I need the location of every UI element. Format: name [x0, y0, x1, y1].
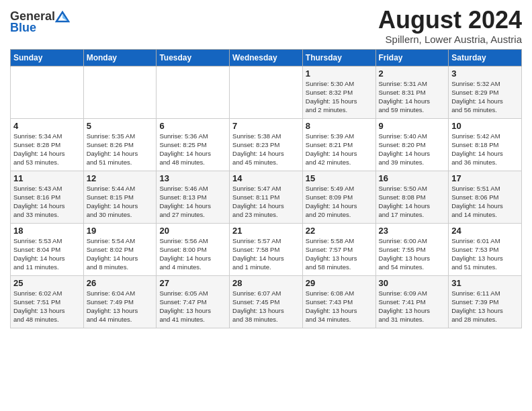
col-saturday: Saturday [449, 49, 522, 66]
day-info: Sunrise: 5:50 AMSunset: 8:08 PMDaylight:… [379, 185, 431, 219]
day-info: Sunrise: 6:00 AMSunset: 7:55 PMDaylight:… [379, 237, 431, 271]
table-row: 1Sunrise: 5:30 AMSunset: 8:32 PMDaylight… [302, 66, 375, 118]
day-info: Sunrise: 6:02 AMSunset: 7:51 PMDaylight:… [13, 289, 65, 324]
calendar-header-row: Sunday Monday Tuesday Wednesday Thursday… [11, 49, 522, 66]
day-info: Sunrise: 5:49 AMSunset: 8:09 PMDaylight:… [306, 185, 357, 219]
table-row: 2Sunrise: 5:31 AMSunset: 8:31 PMDaylight… [375, 66, 449, 118]
day-info: Sunrise: 5:40 AMSunset: 8:20 PMDaylight:… [379, 132, 431, 167]
col-sunday: Sunday [11, 49, 84, 66]
day-number: 5 [87, 121, 154, 131]
day-number: 20 [159, 226, 226, 236]
table-row: 3Sunrise: 5:32 AMSunset: 8:29 PMDaylight… [449, 66, 522, 118]
table-row: 7Sunrise: 5:38 AMSunset: 8:23 PMDaylight… [230, 118, 303, 171]
day-number: 13 [159, 173, 226, 183]
day-info: Sunrise: 5:43 AMSunset: 8:16 PMDaylight:… [13, 185, 65, 219]
day-info: Sunrise: 5:32 AMSunset: 8:29 PMDaylight:… [451, 80, 503, 114]
day-info: Sunrise: 6:11 AMSunset: 7:39 PMDaylight:… [451, 289, 503, 324]
day-info: Sunrise: 5:38 AMSunset: 8:23 PMDaylight:… [232, 132, 284, 167]
day-number: 26 [87, 278, 154, 288]
day-info: Sunrise: 6:09 AMSunset: 7:41 PMDaylight:… [379, 289, 431, 324]
logo: General Blue [10, 9, 70, 35]
table-row: 20Sunrise: 5:56 AMSunset: 8:00 PMDayligh… [157, 223, 230, 275]
table-row: 21Sunrise: 5:57 AMSunset: 7:58 PMDayligh… [230, 223, 303, 275]
table-row: 31Sunrise: 6:11 AMSunset: 7:39 PMDayligh… [449, 275, 522, 328]
day-info: Sunrise: 5:34 AMSunset: 8:28 PMDaylight:… [13, 132, 65, 167]
table-row: 22Sunrise: 5:58 AMSunset: 7:57 PMDayligh… [302, 223, 375, 275]
page-container: General Blue August 2024 Spillern, Lower… [0, 0, 532, 335]
table-row: 13Sunrise: 5:46 AMSunset: 8:13 PMDayligh… [157, 171, 230, 223]
day-info: Sunrise: 5:42 AMSunset: 8:18 PMDaylight:… [451, 132, 503, 167]
table-row: 6Sunrise: 5:36 AMSunset: 8:25 PMDaylight… [157, 118, 230, 171]
day-info: Sunrise: 5:39 AMSunset: 8:21 PMDaylight:… [306, 132, 357, 167]
subtitle: Spillern, Lower Austria, Austria [378, 34, 522, 45]
header: General Blue August 2024 Spillern, Lower… [10, 7, 522, 45]
table-row: 10Sunrise: 5:42 AMSunset: 8:18 PMDayligh… [449, 118, 522, 171]
day-number: 10 [451, 121, 519, 131]
table-row [157, 66, 230, 118]
calendar-week-row: 25Sunrise: 6:02 AMSunset: 7:51 PMDayligh… [11, 275, 522, 328]
day-info: Sunrise: 5:35 AMSunset: 8:26 PMDaylight:… [87, 132, 138, 167]
col-wednesday: Wednesday [230, 49, 303, 66]
day-info: Sunrise: 6:07 AMSunset: 7:45 PMDaylight:… [232, 289, 284, 324]
day-info: Sunrise: 5:46 AMSunset: 8:13 PMDaylight:… [159, 185, 211, 219]
calendar-week-row: 18Sunrise: 5:53 AMSunset: 8:04 PMDayligh… [11, 223, 522, 275]
day-number: 2 [379, 68, 446, 79]
table-row: 4Sunrise: 5:34 AMSunset: 8:28 PMDaylight… [11, 118, 84, 171]
day-info: Sunrise: 5:56 AMSunset: 8:00 PMDaylight:… [159, 237, 211, 271]
table-row: 29Sunrise: 6:08 AMSunset: 7:43 PMDayligh… [302, 275, 375, 328]
table-row: 27Sunrise: 6:05 AMSunset: 7:47 PMDayligh… [157, 275, 230, 328]
day-number: 19 [87, 226, 154, 236]
calendar-table: Sunday Monday Tuesday Wednesday Thursday… [10, 49, 522, 328]
day-info: Sunrise: 5:57 AMSunset: 7:58 PMDaylight:… [232, 237, 284, 271]
day-number: 25 [13, 278, 81, 288]
day-number: 17 [451, 173, 519, 183]
table-row: 8Sunrise: 5:39 AMSunset: 8:21 PMDaylight… [302, 118, 375, 171]
table-row: 11Sunrise: 5:43 AMSunset: 8:16 PMDayligh… [11, 171, 84, 223]
day-number: 23 [379, 226, 446, 236]
day-info: Sunrise: 5:54 AMSunset: 8:02 PMDaylight:… [87, 237, 138, 271]
table-row: 15Sunrise: 5:49 AMSunset: 8:09 PMDayligh… [302, 171, 375, 223]
day-number: 22 [306, 226, 373, 236]
table-row: 26Sunrise: 6:04 AMSunset: 7:49 PMDayligh… [83, 275, 157, 328]
title-block: August 2024 Spillern, Lower Austria, Aus… [378, 7, 522, 45]
logo-icon [55, 11, 70, 23]
day-info: Sunrise: 5:53 AMSunset: 8:04 PMDaylight:… [13, 237, 65, 271]
day-number: 21 [232, 226, 300, 236]
table-row: 28Sunrise: 6:07 AMSunset: 7:45 PMDayligh… [230, 275, 303, 328]
main-title: August 2024 [378, 7, 522, 34]
day-number: 15 [306, 173, 373, 183]
table-row [11, 66, 84, 118]
day-number: 18 [13, 226, 81, 236]
table-row: 24Sunrise: 6:01 AMSunset: 7:53 PMDayligh… [449, 223, 522, 275]
table-row: 12Sunrise: 5:44 AMSunset: 8:15 PMDayligh… [83, 171, 157, 223]
col-thursday: Thursday [302, 49, 375, 66]
calendar-week-row: 11Sunrise: 5:43 AMSunset: 8:16 PMDayligh… [11, 171, 522, 223]
day-number: 11 [13, 173, 81, 183]
table-row: 16Sunrise: 5:50 AMSunset: 8:08 PMDayligh… [375, 171, 449, 223]
day-number: 4 [13, 121, 81, 131]
day-info: Sunrise: 6:08 AMSunset: 7:43 PMDaylight:… [306, 289, 357, 324]
day-number: 3 [451, 68, 519, 79]
table-row: 25Sunrise: 6:02 AMSunset: 7:51 PMDayligh… [11, 275, 84, 328]
table-row: 9Sunrise: 5:40 AMSunset: 8:20 PMDaylight… [375, 118, 449, 171]
day-number: 9 [379, 121, 446, 131]
day-info: Sunrise: 5:47 AMSunset: 8:11 PMDaylight:… [232, 185, 284, 219]
table-row: 23Sunrise: 6:00 AMSunset: 7:55 PMDayligh… [375, 223, 449, 275]
logo-blue: Blue [10, 21, 36, 35]
day-number: 27 [159, 278, 226, 288]
col-monday: Monday [83, 49, 157, 66]
table-row: 17Sunrise: 5:51 AMSunset: 8:06 PMDayligh… [449, 171, 522, 223]
day-number: 28 [232, 278, 300, 288]
day-info: Sunrise: 5:44 AMSunset: 8:15 PMDaylight:… [87, 185, 138, 219]
day-number: 29 [306, 278, 373, 288]
day-number: 16 [379, 173, 446, 183]
day-number: 6 [159, 121, 226, 131]
day-number: 12 [87, 173, 154, 183]
day-number: 30 [379, 278, 446, 288]
table-row: 19Sunrise: 5:54 AMSunset: 8:02 PMDayligh… [83, 223, 157, 275]
day-info: Sunrise: 6:04 AMSunset: 7:49 PMDaylight:… [87, 289, 138, 324]
day-number: 7 [232, 121, 300, 131]
table-row [83, 66, 157, 118]
day-info: Sunrise: 5:36 AMSunset: 8:25 PMDaylight:… [159, 132, 211, 167]
day-number: 31 [451, 278, 519, 288]
